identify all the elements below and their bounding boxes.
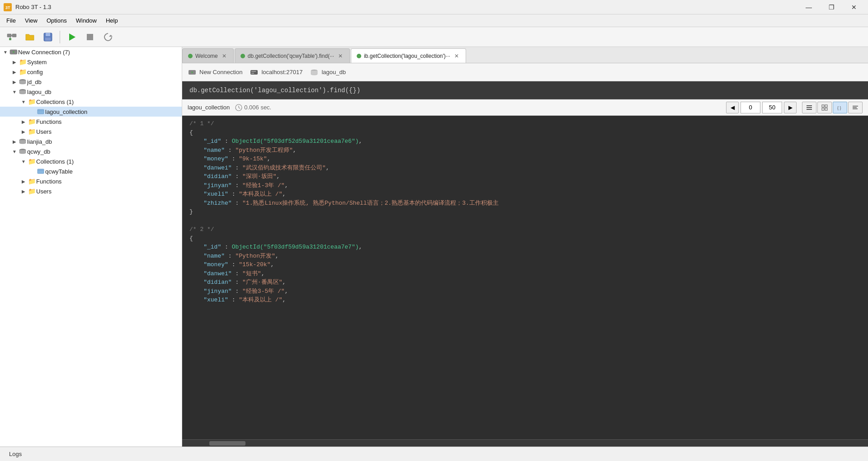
refresh-button[interactable] bbox=[100, 29, 116, 45]
tab-lagou[interactable]: ib.getCollection('lagou_collection')··· … bbox=[351, 48, 466, 63]
jddb-icon bbox=[18, 78, 27, 85]
tree-root[interactable]: ▼ New Connection (7) bbox=[0, 47, 182, 57]
code-area[interactable]: /* 1 */ { "_id" : ObjectId("5f03df52d59a… bbox=[182, 116, 868, 439]
horizontal-scrollbar[interactable] bbox=[182, 439, 868, 447]
menu-view[interactable]: View bbox=[20, 15, 42, 26]
menu-file[interactable]: File bbox=[2, 15, 20, 26]
qcwy-collections-icon: 📁 bbox=[27, 158, 36, 165]
code-line-2: { bbox=[182, 128, 868, 137]
page-prev-button[interactable]: ◀ bbox=[726, 102, 739, 113]
app-title: Robo 3T - 1.3 bbox=[15, 4, 51, 10]
save-button[interactable] bbox=[40, 29, 56, 45]
tab-qcwy-close[interactable]: ✕ bbox=[337, 52, 344, 60]
svg-rect-3 bbox=[12, 34, 16, 37]
logs-button[interactable]: Logs bbox=[5, 450, 25, 458]
tree-qcwy-functions[interactable]: ▶ 📁 Functions bbox=[0, 176, 182, 186]
svg-rect-34 bbox=[807, 109, 812, 110]
code-line-14: "_id" : ObjectId("5f03df59d59a31201ceaa7… bbox=[182, 243, 868, 252]
page-current-input[interactable] bbox=[741, 102, 760, 113]
tab-welcome-close[interactable]: ✕ bbox=[221, 52, 228, 60]
results-time: 0.006 sec. bbox=[235, 104, 271, 111]
query-input-bar[interactable]: db.getCollection('lagou_collection').fin… bbox=[182, 81, 868, 99]
lagoudb-label: lagou_db bbox=[27, 89, 52, 95]
tab-lagou-label: ib.getCollection('lagou_collection')··· bbox=[364, 53, 450, 59]
tree-config[interactable]: ▶ 📁 config bbox=[0, 67, 182, 77]
tabs-bar: Welcome ✕ db.getCollection('qcwyTable').… bbox=[182, 47, 868, 63]
code-line-9: "xueli" : "本科及以上 /", bbox=[182, 190, 868, 199]
results-time-text: 0.006 sec. bbox=[244, 104, 271, 111]
root-label: New Connection (7) bbox=[18, 49, 70, 56]
root-arrow: ▼ bbox=[2, 50, 9, 55]
query-bar: New Connection localhost:27017 lagou_db bbox=[182, 63, 868, 81]
svg-rect-42 bbox=[853, 108, 858, 109]
code-line-5: "money" : "9k-15k", bbox=[182, 155, 868, 164]
tree-qcwy-users[interactable]: ▶ 📁 Users bbox=[0, 186, 182, 196]
tree-lagou-users[interactable]: ▶ 📁 Users bbox=[0, 127, 182, 136]
lianjiadb-label: lianjia_db bbox=[27, 138, 52, 145]
code-line-7: "didian" : "深圳·坂田", bbox=[182, 172, 868, 181]
tree-system[interactable]: ▶ 📁 System bbox=[0, 57, 182, 67]
tree-jddb[interactable]: ▶ jd_db bbox=[0, 77, 182, 87]
svg-text:3T: 3T bbox=[5, 5, 10, 10]
lianjiadb-icon bbox=[18, 138, 27, 145]
view-text-button[interactable] bbox=[848, 102, 863, 113]
page-size-input[interactable] bbox=[762, 102, 782, 113]
menu-help[interactable]: Help bbox=[101, 15, 123, 26]
db-icon bbox=[310, 68, 319, 77]
maximize-button[interactable]: ❐ bbox=[821, 1, 842, 14]
tree-qcwy-collections[interactable]: ▼ 📁 Collections (1) bbox=[0, 156, 182, 166]
code-line-10: "zhizhe" : "1.熟悉Linux操作系统, 熟悉Python/Shel… bbox=[182, 199, 868, 208]
qcwy-users-icon: 📁 bbox=[27, 188, 36, 195]
tree-qcwydb[interactable]: ▼ qcwy_db bbox=[0, 146, 182, 156]
bottom-bar: Logs bbox=[0, 447, 868, 461]
svg-rect-21 bbox=[38, 169, 44, 174]
close-button[interactable]: ✕ bbox=[844, 1, 864, 14]
tree-lagoudb[interactable]: ▼ lagou_db bbox=[0, 87, 182, 97]
svg-rect-26 bbox=[251, 71, 256, 72]
menu-bar: File View Options Window Help bbox=[0, 14, 868, 27]
svg-rect-27 bbox=[251, 73, 254, 74]
open-file-button[interactable] bbox=[22, 29, 38, 45]
page-next-button[interactable]: ▶ bbox=[784, 102, 797, 113]
svg-rect-38 bbox=[825, 108, 827, 110]
results-bar: lagou_collection 0.006 sec. ◀ ▶ bbox=[182, 99, 868, 116]
code-line-3: "_id" : ObjectId("5f03df52d59a31201ceaa7… bbox=[182, 137, 868, 146]
view-table-button[interactable] bbox=[817, 102, 832, 113]
code-line-15: "name" : "Python开发", bbox=[182, 252, 868, 261]
tree-lagou-collections[interactable]: ▼ 📁 Collections (1) bbox=[0, 97, 182, 107]
qbar-db: lagou_db bbox=[310, 68, 346, 77]
menu-options[interactable]: Options bbox=[42, 15, 71, 26]
lagou-users-arrow: ▶ bbox=[20, 129, 27, 134]
lagou-collections-arrow: ▼ bbox=[20, 99, 27, 104]
qcwy-functions-label: Functions bbox=[36, 178, 61, 185]
lagou-functions-arrow: ▶ bbox=[20, 119, 27, 124]
menu-window[interactable]: Window bbox=[71, 15, 101, 26]
stop-button[interactable] bbox=[82, 29, 98, 45]
execute-button[interactable] bbox=[64, 29, 80, 45]
code-line-16: "money" : "15k-20k", bbox=[182, 260, 868, 269]
results-collection-name: lagou_collection bbox=[188, 104, 230, 111]
tab-lagou-close[interactable]: ✕ bbox=[453, 52, 460, 60]
view-list-button[interactable] bbox=[802, 102, 816, 113]
tab-welcome[interactable]: Welcome ✕ bbox=[182, 48, 234, 63]
qbar-db-name: lagou_db bbox=[321, 69, 346, 75]
code-line-6: "danwei" : "武汉佰钧成技术有限责任公司", bbox=[182, 164, 868, 173]
toolbar bbox=[0, 27, 868, 47]
tree-lianjiadb[interactable]: ▶ lianjia_db bbox=[0, 136, 182, 146]
host-icon bbox=[250, 68, 259, 77]
view-json-button[interactable]: { } bbox=[833, 102, 847, 113]
svg-rect-9 bbox=[45, 38, 51, 41]
minimize-button[interactable]: — bbox=[798, 1, 819, 14]
svg-rect-2 bbox=[7, 34, 11, 37]
qcwydb-label: qcwy_db bbox=[27, 148, 50, 155]
main-content: ▼ New Connection (7) ▶ 📁 System ▶ 📁 conf… bbox=[0, 47, 868, 447]
svg-rect-36 bbox=[825, 105, 827, 107]
tab-qcwy[interactable]: db.getCollection('qcwyTable').find(··· ✕ bbox=[235, 48, 350, 63]
title-bar-controls: — ❐ ✕ bbox=[798, 1, 864, 14]
h-scroll-thumb[interactable] bbox=[209, 441, 245, 446]
qbar-host-name: localhost:27017 bbox=[261, 69, 302, 75]
tree-qcwytable[interactable]: qcwyTable bbox=[0, 166, 182, 176]
tree-lagou-collection[interactable]: lagou_collection bbox=[0, 107, 182, 117]
new-connection-button[interactable] bbox=[4, 29, 20, 45]
tree-lagou-functions[interactable]: ▶ 📁 Functions bbox=[0, 117, 182, 127]
